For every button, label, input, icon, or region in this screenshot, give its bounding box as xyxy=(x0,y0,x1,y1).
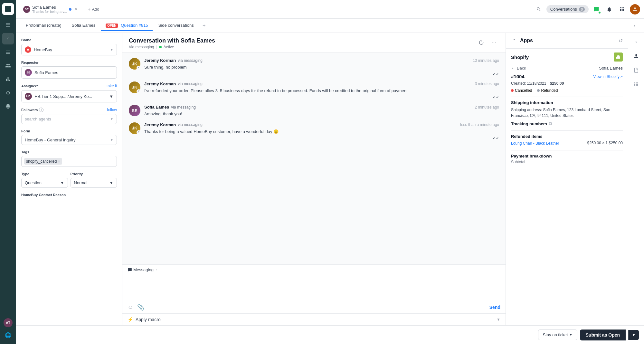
tab-sofia-eames[interactable]: Sofia Eames xyxy=(67,20,100,31)
assignee-label: Assignee* xyxy=(21,84,38,88)
assignee-field[interactable]: HB HB:Tier 1 Supp... /Jeremy Ko... ▼ xyxy=(21,90,117,102)
assignee-header: Assignee* take it xyxy=(21,84,117,88)
tab-protonmail[interactable]: Protonmail (create) xyxy=(21,20,66,31)
copy-tracking-button[interactable]: ⧉ xyxy=(549,121,552,127)
menu-icon[interactable]: ☰ xyxy=(2,19,14,31)
message-header: Sofia Eames via messaging 2 minutes ago xyxy=(144,105,499,110)
conversation-header: Conversation with Sofia Eames Via messag… xyxy=(122,33,506,53)
requester-field[interactable]: SE Sofia Eames xyxy=(21,66,117,79)
type-label: Type xyxy=(21,172,68,176)
more-options-button[interactable]: ⋯ xyxy=(489,37,499,48)
collapse-button[interactable]: ⌃ xyxy=(511,37,517,44)
search-button[interactable] xyxy=(534,4,544,14)
type-select[interactable]: Question ▼ xyxy=(21,178,68,188)
nav-home-icon[interactable]: ⌂ xyxy=(2,33,14,44)
tags-container[interactable]: shopify_cancelled ✕ xyxy=(21,156,117,167)
add-label: Add xyxy=(92,7,99,12)
user-avatar[interactable] xyxy=(630,4,640,14)
priority-select[interactable]: Normal ▼ xyxy=(71,178,117,188)
tabs-chevron-right[interactable]: › xyxy=(630,21,639,30)
form-value: HomeBuy - General Inquiry xyxy=(25,138,76,142)
followers-select[interactable]: search agents ▼ xyxy=(21,114,117,124)
workspace: Brand H HomeBuy ▼ Requester SE Sofia Eam… xyxy=(16,33,644,325)
created-date: Created: 11/18/2021 xyxy=(511,81,546,86)
add-button[interactable]: + Add xyxy=(84,5,102,14)
conversations-button[interactable]: Conversations 0 xyxy=(546,5,589,13)
brand-icon: H xyxy=(25,46,31,53)
form-select[interactable]: HomeBuy - General Inquiry ▼ xyxy=(21,135,117,145)
apply-macro-bar[interactable]: ⚡ Apply macro ▼ xyxy=(122,313,506,325)
far-right-user-button[interactable] xyxy=(630,50,642,62)
stay-on-ticket-button[interactable]: Stay on ticket ▼ xyxy=(538,330,577,340)
tag-remove-icon[interactable]: ✕ xyxy=(58,160,60,163)
customer-name: Sofia Eames xyxy=(599,66,623,71)
nav-settings-icon[interactable]: ⚙ xyxy=(2,87,14,99)
far-right-grid-button[interactable] xyxy=(630,79,642,90)
far-right-chevron-button[interactable]: › xyxy=(630,36,642,48)
view-in-shopify-button[interactable]: View in Shopify ↗ xyxy=(593,74,623,79)
app-logo[interactable] xyxy=(2,3,14,15)
refresh-button[interactable]: ↺ xyxy=(619,38,623,44)
requester-avatar: SE xyxy=(25,69,32,76)
shopify-icon[interactable] xyxy=(614,53,623,62)
nav-tickets-icon[interactable] xyxy=(2,46,14,58)
compose-toolbar: ☺ 📎 Send xyxy=(122,301,506,313)
follow-button[interactable]: follow xyxy=(107,108,117,112)
item-qty: × 1 xyxy=(602,141,608,145)
refunded-section: Refunded items Loung Chair - Black Leath… xyxy=(511,134,623,146)
left-sidebar: ☰ ⌂ ⚙ AT 🌐 xyxy=(0,0,16,344)
svg-rect-2 xyxy=(5,9,8,12)
message-via: via messaging xyxy=(178,81,203,86)
compose-input[interactable] xyxy=(122,275,506,301)
bell-button[interactable] xyxy=(604,4,614,14)
send-button[interactable]: Send xyxy=(489,305,500,310)
far-right-bar: › xyxy=(628,33,644,325)
order-amount: $250.00 xyxy=(550,81,564,86)
take-it-button[interactable]: take it xyxy=(107,84,117,88)
attachment-button[interactable]: 📎 xyxy=(137,304,144,311)
back-button[interactable]: ← Back xyxy=(511,65,526,71)
back-label: Back xyxy=(517,66,526,71)
item-total: $250.00 xyxy=(609,141,623,145)
back-arrow-icon: ← xyxy=(511,65,516,71)
requester-value: Sofia Eames xyxy=(34,70,58,75)
svg-rect-0 xyxy=(5,6,8,9)
message-row: JK Jeremy Korman via messaging less than… xyxy=(129,122,499,141)
brand-field-group: Brand H HomeBuy ▼ xyxy=(21,38,117,55)
far-right-doc-button[interactable] xyxy=(630,64,642,76)
submit-button[interactable]: Submit as Open xyxy=(580,330,626,340)
nav-users-icon[interactable] xyxy=(2,60,14,72)
message-avatar: JK xyxy=(129,81,140,93)
grid-button[interactable] xyxy=(617,4,627,14)
brand-select[interactable]: H HomeBuy ▼ xyxy=(21,44,117,55)
tab-subtitle: Thanks for being a v... xyxy=(32,10,67,14)
message-row: SE Sofia Eames via messaging 2 minutes a… xyxy=(129,105,499,117)
priority-field-group: Priority Normal ▼ xyxy=(71,172,117,188)
message-read-icon: ✓✓ xyxy=(144,136,499,140)
active-tab[interactable]: SE Sofia Eames Thanks for being a v... ✕ xyxy=(20,3,82,15)
nav-reports-icon[interactable] xyxy=(2,73,14,85)
history-button[interactable] xyxy=(476,37,486,48)
chat-button[interactable] xyxy=(591,4,601,14)
message-time: less than a minute ago xyxy=(460,122,499,127)
add-tab-button[interactable]: + xyxy=(200,21,209,30)
brand-value: HomeBuy xyxy=(34,47,52,52)
payment-section: Payment breakdown Subtotal xyxy=(511,154,623,164)
item-name-link[interactable]: Loung Chair - Black Leather xyxy=(511,141,559,146)
nav-cube-icon[interactable] xyxy=(2,100,14,112)
assignee-avatar: HB xyxy=(25,93,32,100)
message-sender: Jeremy Korman xyxy=(144,58,176,63)
message-avatar: SE xyxy=(129,105,140,116)
message-row: JK Jeremy Korman via messaging 3 minutes… xyxy=(129,81,499,100)
conversation-actions: ⋯ xyxy=(476,37,499,48)
tab-close-button[interactable]: ✕ xyxy=(73,7,79,12)
tab-side-conversations[interactable]: Side conversations xyxy=(154,20,198,31)
submit-dropdown-button[interactable]: ▼ xyxy=(628,330,639,340)
emoji-button[interactable]: ☺ xyxy=(128,304,133,311)
tab-question[interactable]: OPEN Question #815 xyxy=(101,20,153,31)
svg-rect-3 xyxy=(8,9,11,12)
message-sender: Jeremy Korman xyxy=(144,122,176,127)
at-badge[interactable]: AT xyxy=(4,318,13,327)
compose-area: Messaging ☺ 📎 Send xyxy=(122,264,506,313)
nav-globe-icon[interactable]: 🌐 xyxy=(2,329,14,341)
